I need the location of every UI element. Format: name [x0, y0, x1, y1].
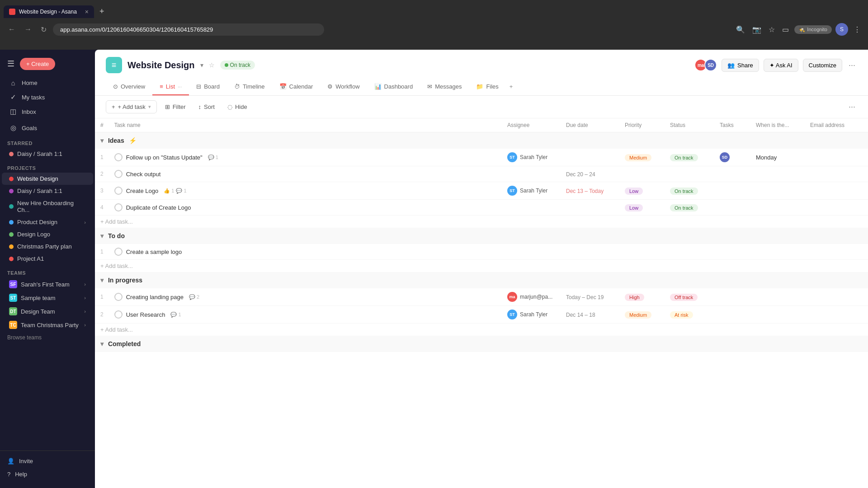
task-checkbox[interactable] [114, 187, 123, 195]
browse-teams-link[interactable]: Browse teams [0, 332, 95, 343]
create-button[interactable]: + Create [20, 58, 55, 70]
sidebar-item-inbox[interactable]: ◫ Inbox [2, 104, 93, 119]
tab-files[interactable]: 📁 Files [469, 79, 505, 95]
task-name: Check output [126, 171, 161, 178]
tab-workflow[interactable]: ⚙ Workflow [320, 79, 367, 95]
profile-icon[interactable]: S [835, 23, 848, 36]
email-cell [805, 166, 868, 182]
add-task-inline-inprogress[interactable]: + Add task... [100, 326, 863, 333]
col-num: # [95, 118, 109, 132]
customize-button[interactable]: Customize [803, 59, 842, 72]
hide-button[interactable]: ◌ Hide [223, 101, 252, 113]
project-chevron-icon[interactable]: ▾ [200, 61, 203, 69]
col-email[interactable]: Email address [805, 118, 868, 132]
status-badge[interactable]: On track [220, 61, 255, 70]
tab-overview[interactable]: ⊙ Overview [106, 79, 152, 95]
toolbar-more-button[interactable]: ··· [847, 100, 857, 113]
task-checkbox[interactable] [114, 293, 123, 301]
new-tab-button[interactable]: + [96, 5, 108, 18]
task-checkbox[interactable] [114, 170, 123, 178]
tab-timeline[interactable]: ⏱ Timeline [227, 79, 272, 95]
table-row[interactable]: 1 Create a sample logo [95, 244, 868, 260]
table-row[interactable]: 1 Follow up on "Status Update" 💬 1 [95, 149, 868, 166]
sidebar-icon[interactable]: ▭ [780, 23, 791, 36]
task-meta: 💬 1 [170, 312, 181, 318]
add-task-button[interactable]: + + Add task ▾ [106, 100, 157, 113]
askai-button[interactable]: ✦ Ask AI [764, 59, 798, 72]
add-task-inline-ideas[interactable]: + Add task... [100, 218, 863, 225]
tab-add-button[interactable]: + [506, 79, 517, 95]
workflow-icon: ⚙ [327, 83, 333, 90]
bookmark-icon[interactable]: ☆ [767, 23, 777, 36]
task-checkbox[interactable] [114, 248, 123, 256]
sidebar-item-project-a1[interactable]: Project A1 [2, 253, 93, 265]
sort-button[interactable]: ↕ Sort [194, 101, 219, 113]
table-row[interactable]: 4 Duplicate of Create Logo Low On track [95, 200, 868, 216]
col-due-date[interactable]: Due date [561, 118, 619, 132]
address-bar[interactable] [53, 23, 324, 36]
sidebar-item-sarahs-team[interactable]: SF Sarah's First Team › [2, 277, 93, 291]
filter-button[interactable]: ⊞ Filter [160, 101, 190, 113]
assignee-name: Sarah Tyler [520, 154, 547, 160]
tab-messages[interactable]: ✉ Messages [420, 79, 469, 95]
project-star-icon[interactable]: ☆ [209, 61, 215, 69]
list-icon: ≡ [160, 83, 163, 90]
col-priority[interactable]: Priority [619, 118, 665, 132]
sidebar-item-my-tasks[interactable]: ✓ My tasks [2, 90, 93, 104]
ideas-toggle[interactable]: ▾ [100, 137, 104, 144]
table-row[interactable]: 2 Check output Dec 20 – 24 [95, 166, 868, 182]
sidebar-item-help[interactable]: ? Help [0, 468, 95, 481]
active-tab[interactable]: Website Design - Asana × [4, 5, 94, 18]
add-task-inline-todo[interactable]: + Add task... [100, 263, 863, 269]
sidebar-item-daisy-sarah-starred[interactable]: Daisy / Sarah 1:1 [2, 148, 93, 160]
sidebar-item-website-design[interactable]: Website Design [2, 173, 93, 185]
email-cell [805, 182, 868, 200]
in-progress-toggle[interactable]: ▾ [100, 277, 104, 284]
sidebar-item-daisy-sarah[interactable]: Daisy / Sarah 1:1 [2, 185, 93, 197]
task-num: 1 [95, 244, 109, 260]
task-checkbox[interactable] [114, 203, 123, 211]
add-task-inprogress-row: + Add task... [95, 324, 868, 336]
back-button[interactable]: ← [5, 23, 18, 35]
status-dot [225, 63, 228, 67]
task-num: 3 [95, 182, 109, 200]
completed-toggle[interactable]: ▾ [100, 340, 104, 347]
hamburger-button[interactable]: ☰ [5, 57, 16, 70]
forward-button[interactable]: → [22, 23, 34, 35]
col-task-name[interactable]: Task name [109, 118, 502, 132]
cast-icon[interactable]: 📷 [750, 23, 763, 36]
sidebar-item-team-christmas[interactable]: TC Team Christmas Party › [2, 318, 93, 332]
table-row[interactable]: 1 Creating landing page 💬 2 [95, 288, 868, 306]
tab-calendar[interactable]: 📅 Calendar [272, 79, 321, 95]
sidebar-item-design-team[interactable]: DT Design Team › [2, 305, 93, 318]
extension-icon[interactable]: ⋮ [852, 23, 863, 36]
sidebar-item-christmas-party[interactable]: Christmas Party plan [2, 240, 93, 253]
more-options-button[interactable]: ··· [847, 59, 857, 72]
tab-list[interactable]: ≡ List ··· [152, 79, 189, 95]
col-tasks[interactable]: Tasks [714, 118, 750, 132]
reload-button[interactable]: ↻ [38, 23, 49, 36]
tab-board[interactable]: ⊟ Board [189, 79, 227, 95]
tab-title: Website Design - Asana [19, 9, 77, 15]
tab-calendar-label: Calendar [289, 83, 313, 90]
task-checkbox[interactable] [114, 310, 123, 319]
sidebar-item-home[interactable]: ⌂ Home [2, 76, 93, 90]
table-row[interactable]: 3 Create Logo 👍 1 💬 1 [95, 182, 868, 200]
tab-close-button[interactable]: × [85, 8, 89, 15]
sidebar-item-invite[interactable]: 👤 Invite [0, 455, 95, 468]
todo-toggle[interactable]: ▾ [100, 232, 104, 239]
table-row[interactable]: 2 User Research 💬 1 [95, 306, 868, 324]
sidebar-item-product-design[interactable]: Product Design › [2, 216, 93, 228]
task-checkbox[interactable] [114, 153, 123, 161]
col-assignee[interactable]: Assignee [502, 118, 561, 132]
col-status[interactable]: Status [665, 118, 714, 132]
sidebar-item-design-logo[interactable]: Design Logo [2, 228, 93, 240]
col-when[interactable]: When is the... [750, 118, 805, 132]
search-icon[interactable]: 🔍 [734, 23, 747, 36]
share-button[interactable]: 👥 Share [722, 59, 759, 72]
tab-dashboard[interactable]: 📊 Dashboard [367, 79, 420, 95]
sidebar-item-new-hire[interactable]: New Hire Onboarding Ch... [2, 197, 93, 216]
sidebar-item-goals[interactable]: ◎ Goals [2, 121, 93, 135]
sidebar-item-sample-team[interactable]: ST Sample team › [2, 291, 93, 305]
email-cell [805, 288, 868, 306]
